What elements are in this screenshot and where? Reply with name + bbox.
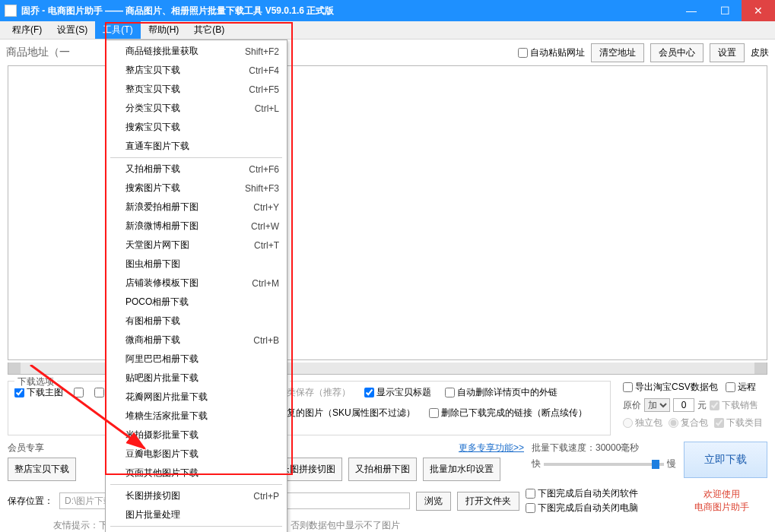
welcome-line1: 欢迎使用 [676, 488, 767, 501]
menu-item-label: 直通车图片下载 [125, 140, 279, 153]
maximize-button[interactable]: ☐ [708, 0, 742, 21]
download-now-button[interactable]: 立即下载 [684, 442, 767, 478]
youpai-button[interactable]: 又拍相册下图 [348, 458, 417, 481]
chk-close-soft[interactable]: 下图完成后自动关闭软件 [526, 487, 670, 500]
menu-item[interactable]: 花瓣网图片批量下载 [107, 388, 285, 407]
menu-item-shortcut: Shift+F2 [245, 46, 279, 57]
menu-settings[interactable]: 设置(S) [49, 21, 95, 39]
chk-show-title[interactable]: 显示宝贝标题 [364, 386, 431, 399]
tools-dropdown: 商品链接批量获取Shift+F2整店宝贝下载Ctrl+F4整页宝贝下载Ctrl+… [105, 40, 287, 532]
welcome-box: 欢迎使用 电商图片助手 [676, 488, 767, 514]
price-op-select[interactable]: 加 [644, 398, 670, 412]
function-options-group: 功能选项 智能分类保存（推荐） 显示宝贝标题 自动删除详情页中的外链 过滤重复的… [240, 381, 611, 435]
menu-item-shortcut: Shift+F3 [245, 183, 279, 194]
price-input[interactable] [673, 398, 694, 412]
menu-item-label: 新浪微博相册下图 [125, 220, 251, 233]
more-vip-link[interactable]: 更多专享功能>> [459, 442, 524, 453]
chk-del-done[interactable]: 删除已下载完成的链接（断点续传） [429, 407, 587, 420]
clear-url-button[interactable]: 清空地址 [591, 43, 644, 62]
speed-column: 批量下载速度：30000毫秒 快 慢 [532, 442, 676, 470]
menu-item[interactable]: POCO相册下载 [107, 293, 285, 312]
menu-item[interactable]: 新浪微博相册下图Ctrl+W [107, 217, 285, 236]
settings-button[interactable]: 设置 [710, 43, 745, 62]
speed-slider[interactable]: 快 慢 [532, 458, 676, 470]
menu-item-label: 整店宝贝下载 [125, 64, 249, 77]
menu-item-label: 微商相册下载 [125, 334, 253, 347]
menu-item-label: 整页宝贝下载 [125, 83, 249, 96]
menu-item[interactable]: 图片批量处理 [107, 505, 285, 524]
watermark-button[interactable]: 批量加水印设置 [423, 458, 500, 481]
window-title: 固乔 - 电商图片助手 —— 商品图片、相册照片批量下载工具 V59.0.1.6… [21, 5, 675, 17]
menu-item[interactable]: 网址验证工具 [107, 528, 285, 532]
menu-item[interactable]: 又拍相册下载Ctrl+F6 [107, 160, 285, 179]
menu-program[interactable]: 程序(F) [5, 21, 49, 39]
menu-item-label: 长图拼接切图 [125, 489, 253, 502]
auto-paste-checkbox[interactable]: 自动粘贴网址 [518, 46, 585, 59]
speed-fast-label: 快 [532, 458, 541, 470]
menu-item-shortcut: Ctrl+F6 [249, 164, 279, 175]
menu-item-shortcut: Ctrl+M [252, 278, 279, 289]
menu-item[interactable]: 搜索图片下载Shift+F3 [107, 179, 285, 198]
radio-comp[interactable]: 复合包 [669, 416, 708, 429]
menu-item[interactable]: 搜索宝贝下载 [107, 118, 285, 137]
price-unit: 元 [697, 399, 707, 412]
chk-export-csv[interactable]: 导出淘宝CSV数据包 [623, 381, 718, 394]
menu-item-shortcut: Ctrl+F5 [249, 84, 279, 95]
menu-item[interactable]: 米拍摄影批量下载 [107, 426, 285, 445]
close-button[interactable]: ✕ [742, 0, 775, 21]
menu-item-label: 有图相册下载 [125, 315, 279, 328]
menu-item-shortcut: Ctrl+P [253, 491, 279, 502]
menu-item[interactable]: 微商相册下载Ctrl+B [107, 331, 285, 350]
menu-item-label: 商品链接批量获取 [125, 45, 245, 58]
chk-del-ext[interactable]: 自动删除详情页中的外链 [445, 386, 557, 399]
menu-item[interactable]: 图虫相册下图 [107, 255, 285, 274]
menu-item-label: 又拍相册下载 [125, 163, 249, 176]
menu-item[interactable]: 堆糖生活家批量下载 [107, 407, 285, 426]
menu-help[interactable]: 帮助(H) [141, 21, 187, 39]
menu-item[interactable]: 整店宝贝下载Ctrl+F4 [107, 61, 285, 80]
auto-paste-label: 自动粘贴网址 [530, 46, 585, 59]
menu-item-label: 新浪爱拍相册下图 [125, 201, 253, 214]
menu-item[interactable]: 直通车图片下载 [107, 137, 285, 156]
menu-item[interactable]: 天堂图片网下图Ctrl+T [107, 236, 285, 255]
menu-item[interactable]: 商品链接批量获取Shift+F2 [107, 42, 285, 61]
menu-item[interactable]: 贴吧图片批量下载 [107, 369, 285, 388]
chk-hidden-1[interactable] [74, 386, 84, 399]
menu-item-label: 阿里巴巴相册下载 [125, 353, 279, 366]
minimize-button[interactable]: — [675, 0, 708, 21]
chk-close-pc[interactable]: 下图完成后自动关闭电脑 [526, 502, 670, 515]
menu-separator [110, 484, 282, 485]
menu-item-label: 分类宝贝下载 [125, 102, 255, 115]
menu-item-label: 图虫相册下图 [125, 258, 279, 271]
menu-item-label: 天堂图片网下图 [125, 239, 254, 252]
menu-item-label: 贴吧图片批量下载 [125, 372, 279, 385]
menu-item-label: 堆糖生活家批量下载 [125, 410, 279, 423]
member-center-button[interactable]: 会员中心 [650, 43, 704, 62]
menu-item[interactable]: 分类宝贝下载Ctrl+L [107, 99, 285, 118]
right-options: 导出淘宝CSV数据包 远程 原价 加 元 下载销售 独立包 复合包 下载类目 [623, 381, 767, 435]
menu-item-label: 米拍摄影批量下载 [125, 429, 279, 442]
menu-item-shortcut: Ctrl+W [251, 221, 279, 232]
menu-other[interactable]: 其它(B) [186, 21, 232, 39]
menu-item[interactable]: 新浪爱拍相册下图Ctrl+Y [107, 198, 285, 217]
chk-remote[interactable]: 远程 [726, 381, 756, 394]
open-folder-button[interactable]: 打开文件夹 [457, 492, 519, 511]
skin-link[interactable]: 皮肤 [751, 46, 769, 59]
menu-item[interactable]: 豆瓣电影图片下载 [107, 445, 285, 464]
menu-item-label: 搜索宝贝下载 [125, 121, 279, 134]
browse-button[interactable]: 浏览 [416, 492, 451, 511]
chk-dl-cat[interactable]: 下载类目 [714, 416, 763, 429]
menu-item[interactable]: 页面其他图片下载 [107, 464, 285, 483]
menu-tools[interactable]: 工具(T) [95, 21, 140, 39]
menu-item[interactable]: 阿里巴巴相册下载 [107, 350, 285, 369]
radio-indep[interactable]: 独立包 [623, 416, 662, 429]
menu-item[interactable]: 整页宝贝下载Ctrl+F5 [107, 80, 285, 99]
menu-item-label: 搜索图片下载 [125, 182, 245, 195]
menu-item[interactable]: 有图相册下载 [107, 312, 285, 331]
app-icon [5, 5, 17, 17]
menu-item[interactable]: 长图拼接切图Ctrl+P [107, 486, 285, 505]
menu-item[interactable]: 店铺装修模板下图Ctrl+M [107, 274, 285, 293]
chk-dl-sale[interactable]: 下载销售 [710, 399, 758, 412]
whole-shop-button[interactable]: 整店宝贝下载 [8, 458, 76, 481]
menu-item-shortcut: Ctrl+T [254, 240, 279, 251]
